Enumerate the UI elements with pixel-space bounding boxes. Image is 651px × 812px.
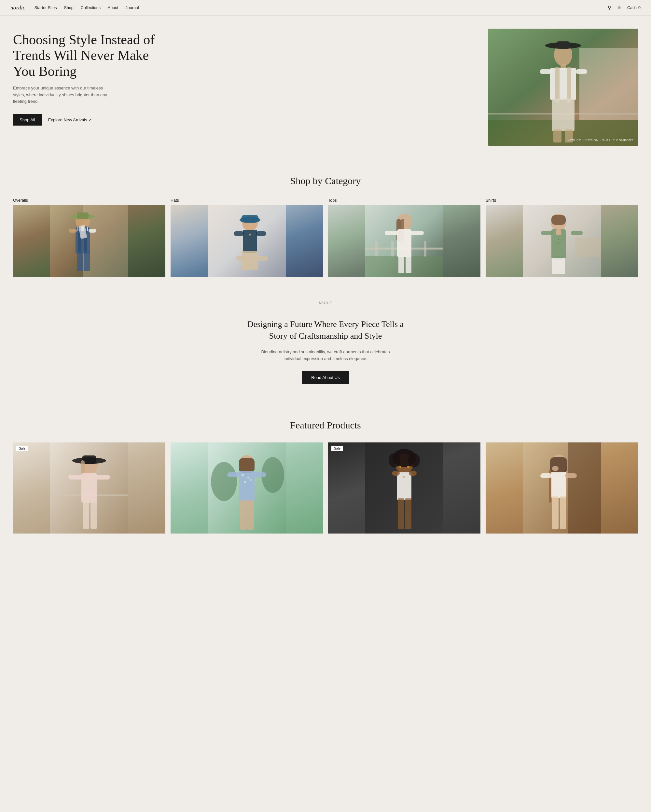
svg-point-106 <box>407 466 409 468</box>
nav-logo[interactable]: nordic <box>11 5 25 11</box>
nav-right: ⚲ ☺ Cart : 0 <box>608 5 640 11</box>
nav-link-starter-sites[interactable]: Starter Sites <box>35 6 57 10</box>
product-item-2[interactable] <box>171 443 323 534</box>
about-label: ABOUT <box>319 301 332 305</box>
svg-rect-93 <box>253 472 266 477</box>
svg-point-102 <box>392 471 400 476</box>
svg-rect-119 <box>560 496 566 529</box>
hero-subtitle: Embrace your unique essence with our tim… <box>13 85 111 105</box>
svg-rect-92 <box>227 472 240 477</box>
svg-rect-28 <box>89 229 96 233</box>
svg-point-88 <box>241 474 244 476</box>
product-2-svg <box>171 443 323 534</box>
svg-rect-53 <box>385 230 399 235</box>
category-image-shirts <box>486 205 638 277</box>
shirts-svg <box>486 205 638 277</box>
category-label-overalls: Overalls <box>13 198 165 203</box>
nav-link-collections[interactable]: Collections <box>81 6 101 10</box>
svg-rect-13 <box>552 99 575 131</box>
search-icon[interactable]: ⚲ <box>608 5 611 11</box>
svg-point-91 <box>250 479 252 481</box>
svg-rect-69 <box>552 258 565 274</box>
shop-by-category-title: Shop by Category <box>13 176 638 186</box>
svg-rect-108 <box>405 498 411 529</box>
svg-rect-8 <box>550 68 576 100</box>
shop-all-button[interactable]: Shop All <box>13 114 42 125</box>
svg-rect-87 <box>239 471 255 502</box>
product-item-4[interactable] <box>486 443 638 534</box>
sale-badge-3: Sale <box>332 446 343 451</box>
svg-rect-79 <box>96 475 110 479</box>
category-item-tops[interactable]: Tops <box>328 198 480 277</box>
shop-by-category-section: Shop by Category Overalls <box>0 159 651 290</box>
svg-rect-59 <box>575 238 601 257</box>
hero-svg <box>488 29 638 146</box>
svg-point-65 <box>558 243 559 244</box>
svg-rect-118 <box>552 496 559 529</box>
svg-point-100 <box>408 453 420 467</box>
nav-link-about[interactable]: About <box>108 6 118 10</box>
sale-badge-1: Sale <box>16 446 28 451</box>
svg-rect-86 <box>239 458 255 473</box>
category-image-hats <box>171 205 323 277</box>
svg-rect-39 <box>236 256 249 261</box>
product-item-1[interactable]: Sale <box>13 443 165 534</box>
overalls-svg <box>13 205 165 277</box>
svg-rect-36 <box>234 231 244 236</box>
svg-rect-55 <box>399 255 404 273</box>
nav-links: Starter Sites Shop Collections About Jou… <box>35 6 139 10</box>
category-item-overalls[interactable]: Overalls <box>13 198 165 277</box>
svg-rect-67 <box>571 230 583 235</box>
svg-point-105 <box>399 466 401 468</box>
svg-rect-78 <box>68 475 83 479</box>
svg-rect-14 <box>553 130 561 142</box>
svg-point-83 <box>211 462 237 501</box>
svg-point-41 <box>249 234 251 235</box>
cart-button[interactable]: Cart : 0 <box>627 6 640 10</box>
category-image-overalls <box>13 205 165 277</box>
svg-rect-2 <box>579 48 638 120</box>
featured-products-title: Featured Products <box>13 420 638 431</box>
product-item-3[interactable]: Sale <box>328 443 480 534</box>
hero-buttons: Shop All Explore New Arrivals ↗ <box>13 114 475 125</box>
about-label-section: ABOUT <box>0 290 651 309</box>
svg-rect-54 <box>410 230 424 235</box>
svg-rect-110 <box>568 443 601 534</box>
category-label-shirts: Shirts <box>486 198 638 203</box>
product-image-3: Sale <box>328 443 480 534</box>
svg-rect-81 <box>90 501 97 529</box>
category-image-tops <box>328 205 480 277</box>
svg-rect-34 <box>241 215 258 222</box>
hero-title: Choosing Style Instead of Trends Will Ne… <box>13 32 156 79</box>
hero-image: NEW COLLECTION · SIMPLE COMFORT <box>488 29 638 146</box>
svg-rect-107 <box>398 498 404 529</box>
product-image-4 <box>486 443 638 534</box>
navbar: nordic Starter Sites Shop Collections Ab… <box>0 0 651 15</box>
svg-rect-20 <box>77 212 89 219</box>
account-icon[interactable]: ☺ <box>617 5 621 11</box>
svg-rect-11 <box>540 69 552 74</box>
tops-svg <box>328 205 480 277</box>
svg-rect-95 <box>248 500 254 530</box>
svg-rect-116 <box>565 473 577 478</box>
svg-rect-77 <box>81 473 97 503</box>
category-item-hats[interactable]: Hats <box>171 198 323 277</box>
svg-rect-12 <box>576 69 587 74</box>
product-3-svg <box>328 443 480 534</box>
product-1-svg <box>13 443 165 534</box>
nav-link-journal[interactable]: Journal <box>126 6 139 10</box>
nav-link-shop[interactable]: Shop <box>64 6 73 10</box>
category-item-shirts[interactable]: Shirts <box>486 198 638 277</box>
about-title: Designing a Future Where Every Piece Tel… <box>241 319 410 342</box>
svg-rect-10 <box>567 67 571 103</box>
svg-rect-112 <box>550 457 567 473</box>
svg-rect-6 <box>556 41 570 49</box>
featured-products-section: Featured Products Sale <box>0 403 651 546</box>
about-subtitle: Blending artistry and sustainability, we… <box>260 349 391 362</box>
category-grid: Overalls <box>13 198 638 277</box>
hero-image-label: NEW COLLECTION · SIMPLE COMFORT <box>567 139 633 142</box>
read-about-us-button[interactable]: Read About Us <box>302 371 348 384</box>
svg-rect-115 <box>540 473 552 478</box>
explore-arrivals-link[interactable]: Explore New Arrivals ↗ <box>48 118 92 122</box>
product-4-svg <box>486 443 638 534</box>
